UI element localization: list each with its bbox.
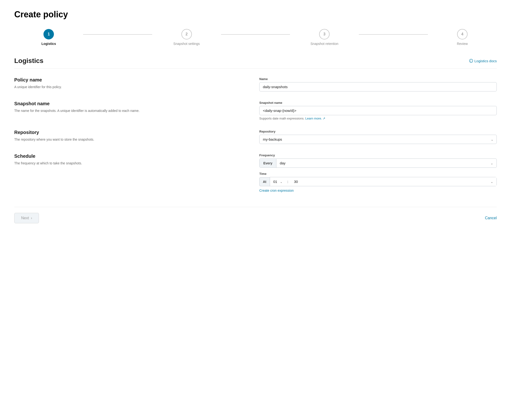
frequency-select-wrapper: day hour minute week month ⌄ bbox=[276, 159, 496, 167]
step-3-label: Snapshot retention bbox=[311, 42, 339, 46]
frequency-select[interactable]: day hour minute week month bbox=[276, 159, 300, 167]
logistics-section-title: Logistics bbox=[14, 57, 44, 65]
repository-desc: The repository where you want to store t… bbox=[14, 137, 252, 142]
page-title: Create policy bbox=[14, 9, 497, 20]
docs-icon: i bbox=[469, 59, 473, 63]
step-1-circle: 1 bbox=[44, 29, 54, 39]
learn-more-link[interactable]: Learn more. ↗ bbox=[305, 117, 326, 120]
hour-select[interactable]: 00010203 04050607 08091011 12131415 1617… bbox=[270, 177, 285, 186]
schedule-desc: The frequency at which to take the snaps… bbox=[14, 161, 252, 166]
footer: Next › Cancel bbox=[14, 207, 497, 223]
repository-heading: Repository bbox=[14, 130, 252, 135]
stepper-connector-3 bbox=[359, 34, 428, 35]
minute-select[interactable]: 00051015 20253035 40455055 bbox=[291, 177, 496, 186]
every-badge: Every bbox=[259, 159, 276, 167]
time-label: Time bbox=[259, 172, 497, 176]
snapshot-name-desc: The name for the snapshots. A unique ide… bbox=[14, 108, 252, 113]
external-link-icon: ↗ bbox=[323, 117, 325, 120]
step-2-circle: 2 bbox=[181, 29, 192, 39]
schedule-row: Schedule The frequency at which to take … bbox=[14, 153, 497, 193]
step-4-circle: 4 bbox=[457, 29, 467, 39]
step-4-label: Review bbox=[457, 42, 468, 46]
snapshot-name-right: Snapshot name Supports date math express… bbox=[259, 101, 497, 120]
policy-name-row: Policy name A unique identifier for this… bbox=[14, 77, 497, 91]
next-button[interactable]: Next › bbox=[14, 213, 39, 223]
repository-label: Repository bbox=[259, 130, 497, 133]
policy-name-right: Name bbox=[259, 77, 497, 91]
step-2-label: Snapshot settings bbox=[173, 42, 200, 46]
snapshot-name-input[interactable] bbox=[259, 106, 497, 115]
step-1: 1 Logistics bbox=[14, 29, 83, 46]
stepper-connector-1 bbox=[83, 34, 152, 35]
time-wrapper: At 00010203 04050607 08091011 12131415 1… bbox=[259, 177, 497, 186]
repository-row: Repository The repository where you want… bbox=[14, 130, 497, 144]
policy-name-desc: A unique identifier for this policy. bbox=[14, 85, 252, 90]
stepper-connector-2 bbox=[221, 34, 290, 35]
logistics-docs-link[interactable]: i Logistics docs bbox=[469, 59, 497, 63]
policy-name-label: Name bbox=[259, 77, 497, 81]
frequency-wrapper: Every day hour minute week month ⌄ bbox=[259, 158, 497, 168]
policy-name-left: Policy name A unique identifier for this… bbox=[14, 77, 252, 90]
schedule-right: Frequency Every day hour minute week mon… bbox=[259, 153, 497, 193]
repository-select[interactable]: my-backups my-repo other-repo bbox=[259, 135, 497, 144]
repository-select-wrapper: my-backups my-repo other-repo ⌄ bbox=[259, 135, 497, 144]
schedule-left: Schedule The frequency at which to take … bbox=[14, 153, 252, 166]
policy-name-heading: Policy name bbox=[14, 77, 252, 83]
stepper: 1 Logistics 2 Snapshot settings 3 Snapsh… bbox=[14, 29, 497, 46]
step-4: 4 Review bbox=[428, 29, 497, 46]
minute-wrapper: 00051015 20253035 40455055 ⌄ bbox=[291, 177, 497, 186]
next-arrow-icon: › bbox=[31, 216, 32, 220]
snapshot-name-hint: Supports date math expressions. Learn mo… bbox=[259, 117, 497, 120]
time-colon: : bbox=[285, 177, 291, 186]
at-badge: At bbox=[259, 177, 270, 186]
step-1-label: Logistics bbox=[41, 42, 56, 46]
frequency-label: Frequency bbox=[259, 153, 497, 157]
step-2: 2 Snapshot settings bbox=[152, 29, 221, 46]
snapshot-name-row: Snapshot name The name for the snapshots… bbox=[14, 101, 497, 120]
cron-expression-link[interactable]: Create cron expression bbox=[259, 189, 294, 192]
repository-left: Repository The repository where you want… bbox=[14, 130, 252, 142]
cancel-button[interactable]: Cancel bbox=[485, 213, 497, 223]
step-3-circle: 3 bbox=[319, 29, 330, 39]
snapshot-name-label: Snapshot name bbox=[259, 101, 497, 105]
section-header: Logistics i Logistics docs bbox=[14, 57, 497, 69]
svg-text:i: i bbox=[470, 60, 471, 62]
schedule-heading: Schedule bbox=[14, 153, 252, 159]
step-3: 3 Snapshot retention bbox=[290, 29, 359, 46]
snapshot-name-left: Snapshot name The name for the snapshots… bbox=[14, 101, 252, 113]
policy-name-input[interactable] bbox=[259, 82, 497, 91]
snapshot-name-heading: Snapshot name bbox=[14, 101, 252, 106]
frequency-chevron-icon: ⌄ bbox=[491, 161, 493, 165]
repository-right: Repository my-backups my-repo other-repo… bbox=[259, 130, 497, 144]
hour-wrapper: 00010203 04050607 08091011 12131415 1617… bbox=[270, 177, 285, 186]
